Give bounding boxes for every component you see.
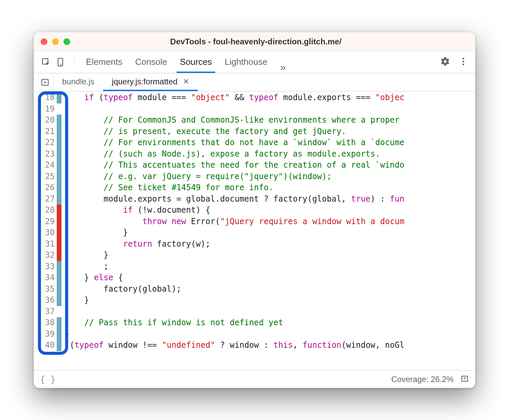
code-line[interactable]: 40)(typeof window !== "undefined" ? wind… [34,340,475,351]
line-number: 40 [39,340,57,351]
svg-point-5 [463,64,464,65]
line-number: 32 [39,250,57,261]
line-number: 31 [39,239,57,250]
editor: 18 if (typeof module === "object" && typ… [34,91,475,370]
line-number: 19 [39,103,57,115]
code-line[interactable]: 31 return factory(w); [34,239,475,250]
code-text: } [65,329,475,340]
line-number: 23 [39,149,57,160]
code-text: // (such as Node.js), expose a factory a… [65,149,475,160]
code-lines[interactable]: 18 if (typeof module === "object" && typ… [34,91,475,351]
coverage-marker [57,329,61,340]
coverage-marker [57,149,61,160]
line-number: 28 [39,205,57,216]
code-text: // For CommonJS and CommonJS-like enviro… [65,115,475,126]
kebab-menu-icon[interactable] [458,56,468,68]
inspect-element-icon[interactable] [40,56,52,68]
coverage-marker [57,194,61,205]
navigator-toggle-icon[interactable] [37,73,53,91]
tab-elements[interactable]: Elements [83,52,126,73]
code-line[interactable]: 19 [34,103,475,115]
file-tabs: bundle.js jquery.js:formatted ✕ [34,73,475,91]
code-text: } [65,227,475,239]
code-line[interactable]: 22 // For environments that do not have … [34,137,475,149]
code-line[interactable]: 33 ; [34,261,475,272]
coverage-marker [57,137,61,149]
coverage-marker [57,250,61,261]
code-line[interactable]: 23 // (such as Node.js), expose a factor… [34,149,475,160]
tab-console[interactable]: Console [132,52,170,73]
file-tab-label: bundle.js [62,77,94,86]
line-number: 20 [39,115,57,126]
device-toolbar-icon[interactable] [55,56,67,68]
code-text [65,306,475,318]
line-number: 18 [39,92,57,103]
svg-point-3 [463,57,464,59]
line-number: 26 [39,182,57,194]
code-text: } else { [65,272,475,284]
coverage-marker [57,239,61,250]
code-text: // This accentuates the need for the cre… [65,160,475,171]
tab-lighthouse[interactable]: Lighthouse [221,52,271,73]
line-number: 29 [39,216,57,227]
code-line[interactable]: 32 } [34,250,475,261]
code-text [65,103,475,115]
coverage-marker [57,103,61,115]
code-line[interactable]: 37 [34,306,475,318]
line-number: 39 [39,329,57,340]
line-number: 30 [39,227,57,239]
code-line[interactable]: 18 if (typeof module === "object" && typ… [34,92,475,103]
svg-point-4 [463,60,464,62]
code-line[interactable]: 39} [34,329,475,340]
window-title: DevTools - foul-heavenly-direction.glitc… [43,37,468,46]
line-number: 25 [39,171,57,182]
svg-marker-7 [44,81,46,83]
file-tab-jquery[interactable]: jquery.js:formatted ✕ [103,73,198,91]
code-text: ; [65,261,475,272]
coverage-marker [57,126,61,137]
coverage-marker [57,115,61,126]
code-line[interactable]: 25 // e.g. var jQuery = require("jquery"… [34,171,475,182]
code-line[interactable]: 34 } else { [34,272,475,284]
line-number: 24 [39,160,57,171]
line-number: 35 [39,284,57,295]
tab-sources[interactable]: Sources [177,52,215,73]
panel-toolbar: Elements Console Sources Lighthouse » [34,51,475,73]
code-line[interactable]: 28 if (!w.document) { [34,205,475,216]
code-line[interactable]: 36 } [34,295,475,306]
code-text: module.exports = global.document ? facto… [65,194,475,205]
coverage-status: Coverage: 26.2% [391,375,454,384]
code-line[interactable]: 29 throw new Error("jQuery requires a wi… [34,216,475,227]
code-line[interactable]: 21 // is present, execute the factory an… [34,126,475,137]
line-number: 36 [39,295,57,306]
coverage-marker [57,306,61,318]
code-line[interactable]: 35 factory(global); [34,284,475,295]
coverage-marker [57,295,61,306]
coverage-marker [57,261,61,272]
coverage-marker [57,272,61,284]
file-tab-bundle[interactable]: bundle.js [53,73,103,91]
code-line[interactable]: 24 // This accentuates the need for the … [34,160,475,171]
code-line[interactable]: 30 } [34,227,475,239]
coverage-marker [57,171,61,182]
code-line[interactable]: 27 module.exports = global.document ? fa… [34,194,475,205]
settings-icon[interactable] [440,56,450,68]
code-text: factory(global); [65,284,475,295]
code-line[interactable]: 20 // For CommonJS and CommonJS-like env… [34,115,475,126]
close-icon[interactable]: ✕ [183,77,189,86]
coverage-marker [57,92,61,103]
code-line[interactable]: 38 // Pass this if window is not defined… [34,317,475,329]
code-line[interactable]: 26 // See ticket #14549 for more info. [34,182,475,194]
file-tab-label: jquery.js:formatted [112,77,178,86]
line-number: 38 [39,317,57,329]
line-number: 33 [39,261,57,272]
line-number: 22 [39,137,57,149]
devtools-window: DevTools - foul-heavenly-direction.glitc… [34,32,475,388]
drawer-toggle-icon[interactable] [460,374,469,385]
code-text: if (typeof module === "object" && typeof… [65,92,475,103]
line-number: 37 [39,306,57,318]
pretty-print-icon[interactable]: { } [40,374,56,384]
coverage-marker [57,182,61,194]
more-tabs-icon[interactable]: » [277,61,289,73]
code-text: // For environments that do not have a `… [65,137,475,149]
